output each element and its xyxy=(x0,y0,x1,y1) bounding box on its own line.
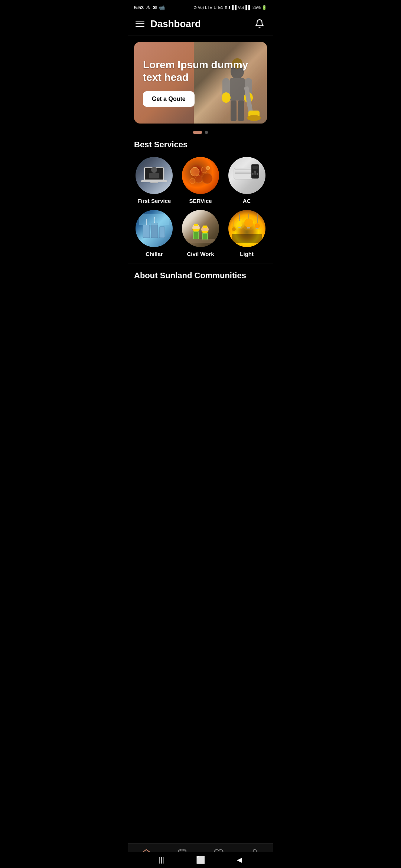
about-section: About Sunland Communities xyxy=(128,263,273,285)
svg-point-22 xyxy=(202,173,212,184)
service-label-civil-work: Civil Work xyxy=(187,251,214,257)
svg-point-34 xyxy=(252,173,254,175)
svg-point-14 xyxy=(151,167,157,173)
status-bar: 5:53 ⚠ ✉ 📹 ⊙ Vo) LTE LTE1 ⬆⬇ ▌▌Vo) ▌▌ 25… xyxy=(128,0,273,13)
svg-rect-28 xyxy=(235,172,254,172)
status-signal2: LTE1 ⬆⬇ ▌▌Vo) xyxy=(214,5,244,10)
svg-point-23 xyxy=(190,178,195,184)
svg-rect-46 xyxy=(203,226,207,228)
svg-rect-49 xyxy=(186,239,215,243)
hamburger-line-3 xyxy=(136,26,144,27)
menu-button[interactable] xyxy=(136,21,144,27)
svg-rect-40 xyxy=(139,214,169,225)
service-item-chillar[interactable]: Chillar xyxy=(134,210,175,257)
hamburger-line-2 xyxy=(136,23,144,24)
svg-rect-15 xyxy=(149,173,159,178)
svg-rect-38 xyxy=(151,223,158,238)
status-left: 5:53 ⚠ ✉ 📹 xyxy=(134,5,165,10)
bubbles-icon xyxy=(186,161,215,190)
svg-point-33 xyxy=(254,171,256,173)
service-circle-light xyxy=(228,210,265,247)
banner-title: Lorem Ipsum dummy text head xyxy=(143,59,258,83)
svg-rect-42 xyxy=(194,224,198,226)
services-grid: First Service xyxy=(134,157,267,263)
svg-point-11 xyxy=(247,115,261,121)
circle-inner-ac xyxy=(228,157,265,194)
status-battery: ▌▌ 25% 🔋 xyxy=(245,5,267,10)
status-email-icon: ✉ xyxy=(153,5,157,10)
laptop-icon xyxy=(141,165,167,186)
status-signal: ⊙ Vo) LTE xyxy=(193,5,212,10)
ac-icon xyxy=(232,161,262,190)
status-video-icon: 📹 xyxy=(159,5,165,10)
light-icon xyxy=(232,214,262,243)
svg-point-35 xyxy=(254,173,256,175)
svg-rect-32 xyxy=(252,166,258,169)
svg-point-36 xyxy=(257,173,258,175)
svg-rect-27 xyxy=(235,171,254,171)
svg-rect-48 xyxy=(203,234,207,240)
service-label-light: Light xyxy=(240,251,254,257)
status-right: ⊙ Vo) LTE LTE1 ⬆⬇ ▌▌Vo) ▌▌ 25% 🔋 xyxy=(193,5,267,10)
service-label-service: SERVice xyxy=(189,198,212,204)
circle-inner-laptop xyxy=(136,157,173,194)
service-circle-service xyxy=(182,157,219,194)
service-circle-civil-work xyxy=(182,210,219,247)
notification-button[interactable] xyxy=(254,18,265,30)
service-circle-first-service xyxy=(136,157,173,194)
circle-inner-chillar xyxy=(136,210,173,247)
banner-content: Lorem Ipsum dummy text head Get a Qoute xyxy=(134,50,267,115)
page-title: Dashboard xyxy=(150,18,201,30)
service-item-civil-work[interactable]: Civil Work xyxy=(180,210,221,257)
svg-rect-17 xyxy=(150,182,158,183)
chillar-icon xyxy=(139,214,169,243)
header-left: Dashboard xyxy=(136,18,201,30)
service-label-chillar: Chillar xyxy=(146,251,163,257)
svg-point-61 xyxy=(253,221,262,230)
circle-inner-civil xyxy=(182,210,219,247)
circle-inner-bubbles xyxy=(182,157,219,194)
circle-inner-light xyxy=(228,210,265,247)
bell-icon-svg xyxy=(255,19,264,29)
svg-rect-65 xyxy=(232,234,262,243)
svg-rect-29 xyxy=(235,173,254,174)
service-circle-ac xyxy=(228,157,265,194)
svg-rect-44 xyxy=(194,232,198,239)
service-item-ac[interactable]: AC xyxy=(226,157,267,204)
carousel-dot-2[interactable] xyxy=(205,131,208,134)
banner: Lorem Ipsum dummy text head Get a Qoute xyxy=(134,42,267,124)
svg-rect-39 xyxy=(159,227,165,238)
carousel-dots xyxy=(128,126,273,137)
service-label-ac: AC xyxy=(243,198,251,204)
civil-work-icon xyxy=(186,214,215,243)
about-title: About Sunland Communities xyxy=(134,271,267,280)
best-services-title: Best Services xyxy=(134,140,267,149)
service-item-service[interactable]: SERVice xyxy=(180,157,221,204)
service-item-light[interactable]: Light xyxy=(226,210,267,257)
header: Dashboard xyxy=(128,13,273,36)
best-services-section: Best Services xyxy=(128,137,273,263)
svg-point-21 xyxy=(195,175,202,183)
banner-container: Lorem Ipsum dummy text head Get a Qoute xyxy=(128,36,273,126)
svg-point-24 xyxy=(206,166,210,170)
main-content: Lorem Ipsum dummy text head Get a Qoute xyxy=(128,36,273,333)
svg-rect-26 xyxy=(235,169,254,170)
service-item-first-service[interactable]: First Service xyxy=(134,157,175,204)
svg-rect-16 xyxy=(141,180,167,182)
get-quote-button[interactable]: Get a Qoute xyxy=(143,91,195,107)
status-warning-icon: ⚠ xyxy=(146,5,150,10)
hamburger-line-1 xyxy=(136,21,144,22)
svg-point-19 xyxy=(190,167,199,176)
status-time: 5:53 xyxy=(134,5,144,10)
service-label-first-service: First Service xyxy=(137,198,171,204)
carousel-dot-1[interactable] xyxy=(193,131,202,134)
service-circle-chillar xyxy=(136,210,173,247)
svg-rect-37 xyxy=(143,225,150,238)
